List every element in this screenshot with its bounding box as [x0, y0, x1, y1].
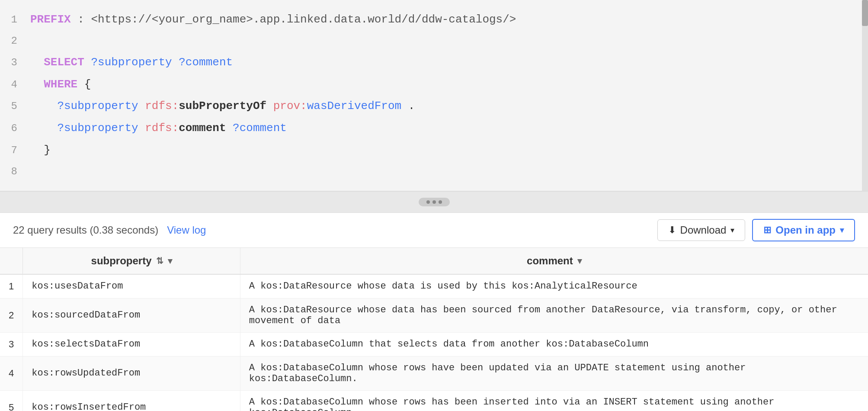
- download-label: Download: [680, 224, 727, 236]
- results-bar: 22 query results (0.38 seconds) View log…: [0, 213, 868, 248]
- sort-icon[interactable]: ⇅: [156, 256, 163, 266]
- token-prefix-name: rdfs:: [138, 100, 179, 112]
- row-number: 2: [0, 298, 23, 332]
- line-number: 4: [0, 75, 30, 94]
- cell-subproperty: kos:rowsInsertedFrom: [23, 390, 240, 411]
- code-line-7: 7 }: [0, 139, 868, 161]
- table-header-row: subproperty ⇅ ▾ comment ▾: [0, 248, 868, 274]
- code-line-2: 2: [0, 31, 868, 51]
- token-var: ?comment: [226, 122, 286, 135]
- line-number: 8: [0, 162, 30, 181]
- cell-comment: A kos:DatabaseColumn that selects data f…: [240, 332, 868, 356]
- line-content: ?subproperty rdfs:comment ?comment: [30, 118, 868, 138]
- line-number: 6: [0, 119, 30, 138]
- table-row: 3kos:selectsDataFromA kos:DatabaseColumn…: [0, 332, 868, 356]
- table-row: 4kos:rowsUpdatedFromA kos:DatabaseColumn…: [0, 356, 868, 390]
- code-line-1: 1PREFIX : <https://<your_org_name>.app.l…: [0, 9, 868, 31]
- col-header-comment[interactable]: comment ▾: [240, 248, 868, 274]
- token-prov: wasDerivedFrom: [307, 100, 401, 112]
- drag-handle[interactable]: [419, 198, 450, 206]
- code-line-3: 3 SELECT ?subproperty ?comment: [0, 51, 868, 74]
- code-line-5: 5 ?subproperty rdfs:subPropertyOf prov:w…: [0, 95, 868, 117]
- table-row: 2kos:sourcedDataFromA kos:DataResource w…: [0, 298, 868, 332]
- results-table: subproperty ⇅ ▾ comment ▾ 1kos:usesDataF…: [0, 248, 868, 411]
- query-results-text: 22 query results (0.38 seconds): [13, 224, 158, 236]
- cell-comment: A kos:DataResource whose data has been s…: [240, 298, 868, 332]
- line-content: ?subproperty rdfs:subPropertyOf prov:was…: [30, 96, 868, 116]
- comment-filter-icon[interactable]: ▾: [577, 256, 582, 266]
- token-var: ?subproperty ?comment: [84, 56, 233, 69]
- drag-dot-1: [426, 200, 430, 204]
- open-in-app-label: Open in app: [775, 224, 836, 236]
- token-brace: }: [30, 144, 51, 157]
- download-button[interactable]: ⬇ Download ▾: [657, 219, 746, 241]
- token-prefix-name: rdfs:: [138, 122, 179, 135]
- drag-dot-2: [432, 200, 436, 204]
- table-row: 5kos:rowsInsertedFromA kos:DatabaseColum…: [0, 390, 868, 411]
- results-info: 22 query results (0.38 seconds) View log: [13, 224, 206, 236]
- token-prop: subPropertyOf: [179, 100, 266, 112]
- line-content: }: [30, 140, 868, 161]
- token-var: ?subproperty: [30, 100, 138, 112]
- cell-comment: A kos:DataResource whose data is used by…: [240, 274, 868, 299]
- line-number: 3: [0, 53, 30, 72]
- open-in-app-button[interactable]: ⊞ Open in app ▾: [752, 219, 855, 241]
- cell-subproperty: kos:selectsDataFrom: [23, 332, 240, 356]
- open-app-icon: ⊞: [763, 225, 771, 236]
- token-kw-where: WHERE: [30, 78, 77, 91]
- drag-bar[interactable]: [0, 191, 868, 213]
- token-prefix-name: prov:: [266, 100, 307, 112]
- results-actions: ⬇ Download ▾ ⊞ Open in app ▾: [657, 219, 855, 241]
- line-number: 7: [0, 141, 30, 160]
- code-editor[interactable]: 1PREFIX : <https://<your_org_name>.app.l…: [0, 0, 868, 191]
- line-content: WHERE {: [30, 74, 868, 95]
- download-chevron-icon: ▾: [730, 225, 734, 235]
- code-line-8: 8: [0, 161, 868, 182]
- row-number-header: [0, 248, 23, 274]
- cell-comment: A kos:DatabaseColumn whose rows has been…: [240, 390, 868, 411]
- row-number: 5: [0, 390, 23, 411]
- row-number: 1: [0, 274, 23, 299]
- token-prop: comment: [179, 122, 226, 135]
- cell-subproperty: kos:rowsUpdatedFrom: [23, 356, 240, 390]
- open-app-chevron-icon: ▾: [840, 225, 844, 235]
- code-line-4: 4 WHERE {: [0, 74, 868, 96]
- line-content: PREFIX : <https://<your_org_name>.app.li…: [30, 10, 868, 30]
- table-row: 1kos:usesDataFromA kos:DataResource whos…: [0, 274, 868, 299]
- line-content: SELECT ?subproperty ?comment: [30, 52, 868, 73]
- token-url: : <https://<your_org_name>.app.linked.da…: [71, 13, 516, 26]
- token-brace: {: [77, 78, 91, 91]
- comment-col-label: comment: [527, 255, 573, 267]
- token-kw-select: SELECT: [30, 56, 84, 69]
- download-icon: ⬇: [668, 225, 676, 236]
- cell-comment: A kos:DatabaseColumn whose rows have bee…: [240, 356, 868, 390]
- subproperty-col-label: subproperty: [91, 255, 152, 267]
- token-kw-prefix: PREFIX: [30, 13, 71, 26]
- results-table-container: subproperty ⇅ ▾ comment ▾ 1kos:usesDataF…: [0, 248, 868, 411]
- row-number: 3: [0, 332, 23, 356]
- cell-subproperty: kos:usesDataFrom: [23, 274, 240, 299]
- col-header-subproperty[interactable]: subproperty ⇅ ▾: [23, 248, 240, 274]
- line-number: 1: [0, 10, 30, 29]
- line-number: 5: [0, 97, 30, 116]
- cell-subproperty: kos:sourcedDataFrom: [23, 298, 240, 332]
- token-dot: .: [401, 100, 415, 112]
- token-var: ?subproperty: [30, 122, 138, 135]
- drag-dot-3: [439, 200, 442, 204]
- view-log-link[interactable]: View log: [167, 224, 206, 236]
- row-number: 4: [0, 356, 23, 390]
- line-number: 2: [0, 32, 30, 50]
- code-line-6: 6 ?subproperty rdfs:comment ?comment: [0, 117, 868, 139]
- filter-icon[interactable]: ▾: [168, 256, 172, 266]
